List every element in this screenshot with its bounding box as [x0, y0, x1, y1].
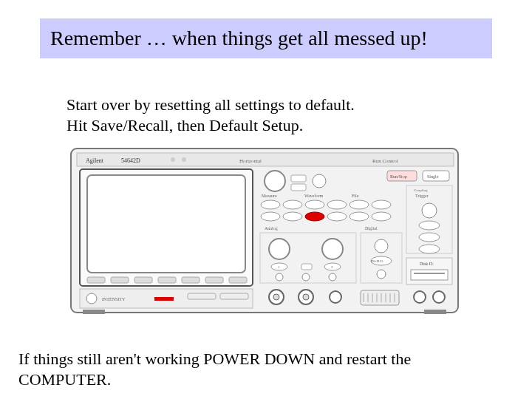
instruction-line-1: Start over by resetting all settings to … [66, 95, 355, 115]
svg-point-74 [433, 291, 445, 303]
svg-point-26 [261, 200, 280, 209]
svg-point-31 [372, 200, 391, 209]
svg-rect-14 [229, 277, 247, 283]
svg-point-23 [313, 174, 326, 188]
slide-title: Remember … when things get all messed up… [50, 27, 428, 50]
svg-point-63 [330, 291, 341, 303]
svg-point-30 [349, 200, 369, 209]
slide-title-bar: Remember … when things get all messed up… [40, 18, 492, 58]
svg-rect-10 [134, 277, 152, 283]
svg-rect-13 [205, 277, 223, 283]
svg-rect-19 [220, 293, 248, 299]
svg-rect-12 [182, 277, 200, 283]
trigger-label: Trigger [415, 194, 429, 198]
single-label: Single [427, 174, 439, 179]
svg-point-4 [171, 157, 175, 162]
scope-brand-label: Agilent [86, 157, 104, 164]
oscilloscope-figure: Agilent 54642D Horizontal Run Control IN… [69, 146, 461, 316]
svg-rect-21 [291, 175, 306, 182]
svg-point-39 [422, 203, 437, 218]
svg-rect-2 [424, 310, 446, 314]
svg-point-73 [414, 291, 426, 303]
svg-point-32 [261, 212, 280, 221]
svg-point-41 [419, 233, 440, 242]
d0-label: D0-D15 [371, 259, 383, 263]
svg-point-37 [305, 212, 324, 221]
runstop-label: Run/Stop [390, 174, 407, 179]
measure-label: Measure [262, 194, 277, 198]
svg-point-27 [283, 200, 302, 209]
svg-point-55 [377, 270, 386, 279]
horizontal-label: Horizontal [239, 158, 262, 164]
svg-point-36 [372, 212, 391, 221]
svg-rect-1 [83, 310, 105, 314]
svg-point-16 [86, 293, 97, 304]
svg-point-50 [329, 273, 336, 281]
svg-rect-7 [87, 175, 245, 273]
svg-point-34 [327, 212, 347, 221]
svg-point-45 [322, 239, 343, 259]
svg-point-53 [375, 239, 388, 253]
file-label: File [352, 194, 359, 198]
svg-rect-57 [411, 270, 448, 280]
svg-point-60 [273, 294, 279, 300]
svg-rect-58 [414, 273, 445, 274]
svg-rect-8 [87, 277, 105, 283]
svg-point-48 [276, 273, 283, 281]
svg-point-28 [305, 200, 324, 209]
coupling-label: Coupling [414, 188, 428, 192]
intensity-label: INTENSITY [102, 297, 126, 301]
disk-label: Disk D: [420, 262, 434, 266]
scope-model-label: 54642D [121, 157, 140, 164]
digital-label: Digital [365, 226, 378, 231]
analog-label: Analog [265, 226, 278, 231]
svg-point-49 [302, 273, 310, 281]
svg-point-42 [419, 245, 440, 253]
svg-rect-11 [158, 277, 176, 283]
waveform-label: Waveform [304, 194, 324, 198]
svg-rect-51 [301, 264, 312, 270]
svg-point-62 [303, 294, 309, 300]
svg-rect-64 [361, 290, 399, 305]
svg-point-29 [327, 200, 347, 209]
svg-rect-22 [291, 184, 306, 191]
svg-point-5 [182, 157, 186, 162]
svg-point-40 [419, 221, 440, 230]
svg-point-44 [269, 239, 290, 259]
svg-point-35 [349, 212, 369, 221]
instruction-text: Start over by resetting all settings to … [66, 95, 355, 135]
footer-text: If things still aren't working POWER DOW… [18, 349, 506, 389]
instruction-line-2: Hit Save/Recall, then Default Setup. [66, 115, 355, 136]
svg-rect-18 [188, 293, 216, 299]
svg-rect-17 [154, 297, 174, 301]
svg-point-20 [265, 171, 285, 191]
svg-rect-9 [111, 277, 129, 283]
svg-point-33 [283, 212, 302, 221]
runcontrol-label: Run Control [372, 158, 398, 164]
